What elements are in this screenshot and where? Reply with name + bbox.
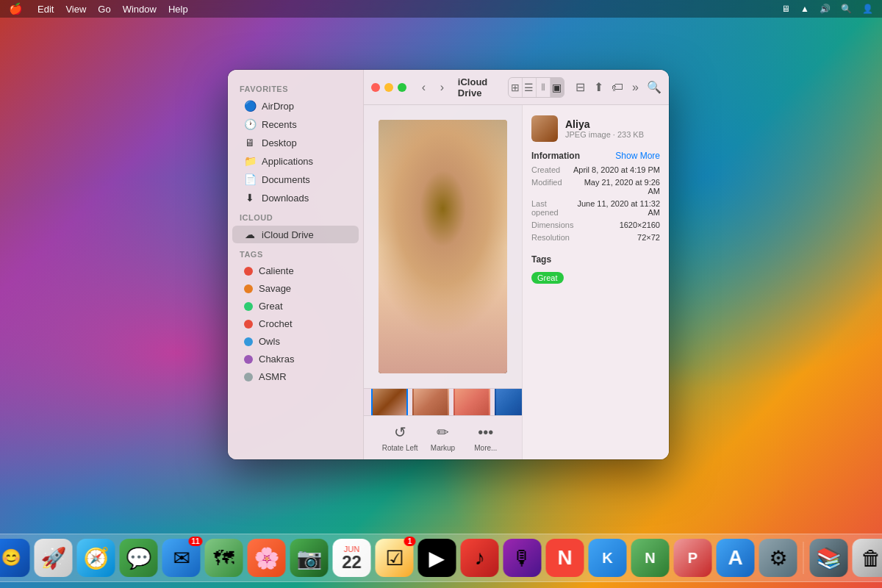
menu-window[interactable]: Window: [123, 4, 157, 15]
appletv-icon: ▶: [429, 546, 445, 570]
dock-apple-tv[interactable]: ▶: [418, 539, 456, 577]
tag-caliente-dot: [244, 267, 253, 276]
news-icon: N: [557, 546, 572, 570]
resolution-label: Resolution: [531, 233, 570, 242]
dock-calendar[interactable]: JUN 22: [333, 539, 371, 577]
dock-news[interactable]: N: [546, 539, 584, 577]
sidebar-tag-great[interactable]: Great: [232, 298, 359, 315]
dock-maps[interactable]: 🗺: [205, 539, 243, 577]
menubar-left: 🍎 Edit View Go Window Help: [9, 2, 188, 15]
thumbnail-strip: [364, 388, 522, 415]
modified-label: Modified: [531, 178, 562, 196]
more-btn[interactable]: »: [628, 78, 642, 97]
thumbnail-2[interactable]: [412, 388, 449, 415]
forward-button[interactable]: ›: [435, 78, 449, 97]
minimize-button[interactable]: [384, 83, 393, 92]
info-filename: Aliya: [565, 118, 644, 130]
sidebar-item-airdrop[interactable]: 🔵 AirDrop: [232, 97, 359, 115]
maximize-button[interactable]: [398, 83, 406, 92]
safari-icon: 🧭: [83, 546, 109, 570]
dock-messages[interactable]: 💬: [120, 539, 158, 577]
list-view-btn[interactable]: ☰: [523, 78, 537, 97]
settings-icon: ⚙: [769, 546, 787, 570]
reminders-badge: 1: [404, 537, 416, 546]
sidebar-documents-label: Documents: [262, 174, 310, 185]
dock-reminders[interactable]: ☑ 1: [376, 539, 414, 577]
sidebar-tag-crochet[interactable]: Crochet: [232, 315, 359, 332]
sidebar-item-desktop[interactable]: 🖥 Desktop: [232, 134, 359, 151]
finder-toolbar: ‹ › iCloud Drive ⊞ ☰ ⫴ ▣ ⊟ ⬆ 🏷 » 🔍: [364, 70, 669, 105]
dock-stack[interactable]: 📚: [810, 539, 848, 577]
created-label: Created: [531, 165, 560, 174]
dock-safari[interactable]: 🧭: [77, 539, 115, 577]
markup-icon: ✏: [437, 423, 449, 441]
icon-view-btn[interactable]: ⊞: [509, 78, 523, 97]
rotate-left-action[interactable]: ↺ Rotate Left: [381, 423, 418, 452]
desktop-icon: 🖥: [244, 137, 256, 148]
tag-btn[interactable]: 🏷: [610, 78, 624, 97]
more-action[interactable]: ••• More...: [467, 424, 504, 452]
apple-menu[interactable]: 🍎: [9, 2, 23, 15]
close-button[interactable]: [371, 83, 380, 92]
tag-great-chip[interactable]: Great: [531, 272, 564, 284]
dock-launchpad[interactable]: 🚀: [35, 539, 73, 577]
keynote-icon: K: [602, 550, 612, 567]
dock-mail[interactable]: ✉ 11: [162, 539, 201, 577]
sidebar-item-downloads[interactable]: ⬇ Downloads: [232, 189, 359, 207]
tag-savage-label: Savage: [259, 283, 291, 294]
markup-action[interactable]: ✏ Markup: [424, 423, 461, 452]
tag-great-dot: [244, 302, 253, 311]
dock-keynote[interactable]: K: [589, 539, 627, 577]
dock-podcasts[interactable]: 🎙: [503, 539, 542, 577]
finder-sidebar: Favorites 🔵 AirDrop 🕐 Recents 🖥 Desktop …: [228, 70, 364, 459]
thumbnail-4[interactable]: [495, 388, 522, 415]
icloud-label: iCloud: [228, 207, 363, 225]
menu-go[interactable]: Go: [98, 4, 110, 15]
main-preview-image[interactable]: [379, 120, 507, 373]
image-preview: [364, 105, 522, 388]
menu-edit[interactable]: Edit: [37, 4, 54, 15]
sidebar-recents-label: Recents: [262, 119, 297, 130]
resolution-value: 72×72: [637, 233, 660, 242]
modified-row: Modified May 21, 2020 at 9:26 AM: [531, 178, 660, 196]
tag-great-label: Great: [259, 301, 283, 312]
information-section: Information Show More Created April 8, 2…: [531, 151, 660, 245]
search-icon[interactable]: 🔍: [841, 4, 852, 14]
sidebar-tag-owls[interactable]: Owls: [232, 333, 359, 350]
dock-numbers[interactable]: N: [631, 539, 670, 577]
gallery-view-btn[interactable]: ▣: [551, 78, 564, 97]
thumbnail-1[interactable]: [371, 388, 408, 415]
dock-pages[interactable]: P: [674, 539, 712, 577]
column-view-btn[interactable]: ⫴: [537, 78, 551, 97]
dock-music[interactable]: ♪: [461, 539, 499, 577]
dock-trash[interactable]: 🗑: [853, 539, 883, 577]
show-more-button[interactable]: Show More: [615, 151, 660, 161]
tag-crochet-dot: [244, 320, 253, 329]
sidebar-item-icloud-drive[interactable]: ☁ iCloud Drive: [232, 226, 359, 243]
sidebar-item-applications[interactable]: 📁 Applications: [232, 152, 359, 170]
sidebar-tag-asmr[interactable]: ASMR: [232, 368, 359, 385]
dock-system-preferences[interactable]: ⚙: [759, 539, 797, 577]
dimensions-label: Dimensions: [531, 220, 573, 229]
menu-help[interactable]: Help: [168, 4, 188, 15]
menu-view[interactable]: View: [65, 4, 86, 15]
sidebar-item-documents[interactable]: 📄 Documents: [232, 171, 359, 188]
tag-crochet-label: Crochet: [259, 318, 293, 329]
back-button[interactable]: ‹: [417, 78, 431, 97]
dock-appstore[interactable]: A: [717, 539, 755, 577]
tag-owls-dot: [244, 337, 253, 346]
dock-facetime[interactable]: 📷: [290, 539, 329, 577]
search-btn[interactable]: 🔍: [647, 78, 662, 97]
sidebar-item-recents[interactable]: 🕐 Recents: [232, 115, 359, 133]
dock-finder[interactable]: 😊: [0, 539, 30, 577]
sidebar-tag-savage[interactable]: Savage: [232, 280, 359, 297]
share-btn[interactable]: ⬆: [592, 78, 606, 97]
dock-separator: [803, 542, 804, 574]
dock-photos[interactable]: 🌸: [248, 539, 286, 577]
tag-chakras-label: Chakras: [259, 354, 294, 365]
thumbnail-3[interactable]: [453, 388, 490, 415]
group-btn[interactable]: ⊟: [573, 78, 587, 97]
sidebar-tag-chakras[interactable]: Chakras: [232, 351, 359, 368]
sidebar-tag-caliente[interactable]: Caliente: [232, 262, 359, 279]
dimensions-value: 1620×2160: [620, 220, 660, 229]
